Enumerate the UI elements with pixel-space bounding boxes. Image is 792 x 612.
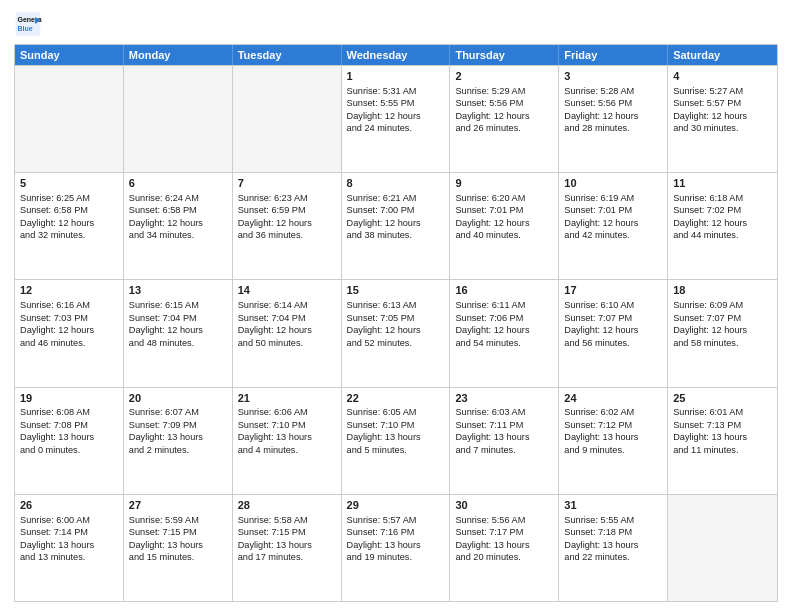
calendar-header: SundayMondayTuesdayWednesdayThursdayFrid… [15,45,777,65]
day-number: 26 [20,498,118,513]
day-info: Sunset: 5:57 PM [673,97,772,109]
day-info: and 7 minutes. [455,444,553,456]
day-info: Sunset: 7:16 PM [347,526,445,538]
day-info: Sunrise: 5:57 AM [347,514,445,526]
day-info: Daylight: 13 hours [673,431,772,443]
day-info: and 2 minutes. [129,444,227,456]
day-cell-4: 4Sunrise: 5:27 AMSunset: 5:57 PMDaylight… [668,66,777,172]
day-info: Sunrise: 6:18 AM [673,192,772,204]
day-cell-26: 26Sunrise: 6:00 AMSunset: 7:14 PMDayligh… [15,495,124,601]
day-number: 24 [564,391,662,406]
day-info: Sunrise: 6:14 AM [238,299,336,311]
day-info: Sunrise: 5:56 AM [455,514,553,526]
day-info: Daylight: 13 hours [455,431,553,443]
day-info: Sunrise: 6:23 AM [238,192,336,204]
day-info: Daylight: 12 hours [347,324,445,336]
day-info: Daylight: 13 hours [238,431,336,443]
day-info: Sunrise: 6:20 AM [455,192,553,204]
day-info: Sunset: 7:13 PM [673,419,772,431]
day-info: Sunrise: 6:06 AM [238,406,336,418]
day-info: Sunrise: 6:13 AM [347,299,445,311]
day-info: and 30 minutes. [673,122,772,134]
day-info: Sunrise: 5:55 AM [564,514,662,526]
day-info: Daylight: 12 hours [347,110,445,122]
day-info: Daylight: 13 hours [20,431,118,443]
day-info: Daylight: 13 hours [347,431,445,443]
day-cell-23: 23Sunrise: 6:03 AMSunset: 7:11 PMDayligh… [450,388,559,494]
day-info: Daylight: 13 hours [129,431,227,443]
day-header-wednesday: Wednesday [342,45,451,65]
day-info: Sunset: 7:02 PM [673,204,772,216]
day-info: Sunrise: 5:28 AM [564,85,662,97]
page: General Blue SundayMondayTuesdayWednesda… [0,0,792,612]
day-number: 20 [129,391,227,406]
day-info: Sunset: 7:09 PM [129,419,227,431]
day-info: Sunset: 7:18 PM [564,526,662,538]
day-info: Sunset: 7:01 PM [455,204,553,216]
day-info: Daylight: 12 hours [673,217,772,229]
day-number: 3 [564,69,662,84]
day-number: 28 [238,498,336,513]
day-info: Sunset: 5:56 PM [564,97,662,109]
day-cell-25: 25Sunrise: 6:01 AMSunset: 7:13 PMDayligh… [668,388,777,494]
day-info: and 26 minutes. [455,122,553,134]
day-info: Daylight: 12 hours [564,110,662,122]
day-info: Sunset: 7:15 PM [238,526,336,538]
day-info: Sunset: 7:12 PM [564,419,662,431]
day-number: 23 [455,391,553,406]
day-info: Sunrise: 6:08 AM [20,406,118,418]
day-cell-19: 19Sunrise: 6:08 AMSunset: 7:08 PMDayligh… [15,388,124,494]
day-info: Daylight: 12 hours [238,324,336,336]
day-header-thursday: Thursday [450,45,559,65]
day-info: and 40 minutes. [455,229,553,241]
day-number: 27 [129,498,227,513]
day-number: 13 [129,283,227,298]
day-info: Daylight: 12 hours [564,217,662,229]
day-info: Sunset: 7:06 PM [455,312,553,324]
day-info: and 17 minutes. [238,551,336,563]
day-info: and 28 minutes. [564,122,662,134]
day-info: Sunrise: 6:24 AM [129,192,227,204]
day-info: and 42 minutes. [564,229,662,241]
header: General Blue [14,10,778,38]
day-number: 1 [347,69,445,84]
day-cell-22: 22Sunrise: 6:05 AMSunset: 7:10 PMDayligh… [342,388,451,494]
day-info: Daylight: 12 hours [673,324,772,336]
day-header-friday: Friday [559,45,668,65]
day-info: and 44 minutes. [673,229,772,241]
calendar-body: 1Sunrise: 5:31 AMSunset: 5:55 PMDaylight… [15,65,777,601]
day-info: Sunset: 7:00 PM [347,204,445,216]
day-info: Sunset: 7:01 PM [564,204,662,216]
day-cell-7: 7Sunrise: 6:23 AMSunset: 6:59 PMDaylight… [233,173,342,279]
day-info: Daylight: 12 hours [455,324,553,336]
day-info: Daylight: 13 hours [347,539,445,551]
day-info: Sunset: 7:07 PM [673,312,772,324]
day-number: 31 [564,498,662,513]
logo-icon: General Blue [14,10,42,38]
day-info: Sunrise: 6:07 AM [129,406,227,418]
day-info: Sunrise: 6:01 AM [673,406,772,418]
day-info: Sunset: 6:58 PM [20,204,118,216]
day-info: and 56 minutes. [564,337,662,349]
day-info: Sunrise: 6:10 AM [564,299,662,311]
day-info: Sunrise: 5:27 AM [673,85,772,97]
day-info: Daylight: 12 hours [564,324,662,336]
day-info: and 32 minutes. [20,229,118,241]
day-cell-11: 11Sunrise: 6:18 AMSunset: 7:02 PMDayligh… [668,173,777,279]
day-info: and 52 minutes. [347,337,445,349]
day-info: Sunset: 7:04 PM [238,312,336,324]
day-cell-16: 16Sunrise: 6:11 AMSunset: 7:06 PMDayligh… [450,280,559,386]
day-info: and 58 minutes. [673,337,772,349]
day-info: Sunset: 7:10 PM [238,419,336,431]
day-info: Daylight: 13 hours [129,539,227,551]
day-info: Sunset: 6:58 PM [129,204,227,216]
day-number: 4 [673,69,772,84]
day-info: and 38 minutes. [347,229,445,241]
day-number: 22 [347,391,445,406]
day-info: Sunrise: 6:21 AM [347,192,445,204]
day-cell-27: 27Sunrise: 5:59 AMSunset: 7:15 PMDayligh… [124,495,233,601]
day-info: Daylight: 13 hours [20,539,118,551]
calendar: SundayMondayTuesdayWednesdayThursdayFrid… [14,44,778,602]
day-info: Daylight: 12 hours [455,110,553,122]
day-header-monday: Monday [124,45,233,65]
